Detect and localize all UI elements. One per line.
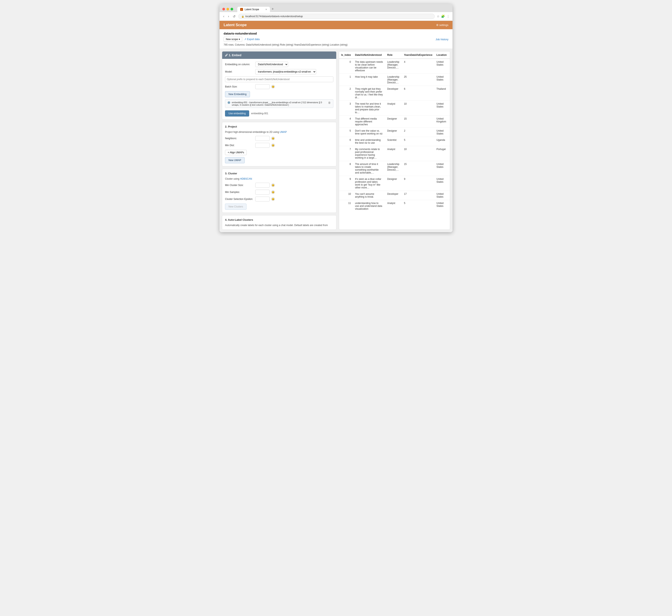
embedding-column-select[interactable]: DataVizNotUnderstood	[255, 62, 288, 67]
cell-role: Designer	[385, 128, 402, 137]
cluster-section: 3. Cluster Cluster using HDBSCAN Min Clu…	[222, 169, 336, 213]
radio-button[interactable]	[228, 101, 230, 104]
cell-location: United States	[435, 161, 450, 176]
project-desc-text: Project high-dimensional embeddings to 2…	[225, 131, 280, 133]
cell-years: 5	[402, 137, 434, 146]
hdbscan-link[interactable]: HDBSCAN	[240, 177, 252, 180]
batch-size-row: Batch Size: 100 😊	[225, 84, 333, 89]
batch-size-input[interactable]: 100	[255, 84, 270, 89]
job-history-link[interactable]: Job history	[436, 38, 448, 41]
table-row: 7 My comments relate to past professiona…	[339, 146, 450, 161]
autolabel-desc: Automatically create labels for each clu…	[225, 224, 333, 227]
scope-dropdown-icon: ▾	[239, 38, 240, 41]
new-embedding-label: New Embedding	[228, 93, 246, 96]
tab-close-button[interactable]: ✕	[265, 8, 267, 11]
model-row: Model: transformers: jinaai/jina-embeddi…	[225, 69, 333, 74]
right-panel: ls_index DataVizNotUnderstood Role Years…	[339, 51, 450, 230]
batch-help-icon[interactable]: 😊	[271, 85, 275, 88]
tab-title: Latent Scope	[245, 8, 259, 11]
col-header-years: YearsDataVizExperience	[402, 52, 434, 59]
settings-link[interactable]: ⚙ settings	[436, 24, 448, 27]
new-scope-button[interactable]: New scope ▾	[224, 37, 242, 42]
cell-location: United States	[435, 59, 450, 74]
maximize-traffic-light[interactable]	[231, 8, 233, 10]
embedding-item: embedding-001 - transformers-jinaai___ji…	[225, 99, 333, 108]
close-traffic-light[interactable]	[222, 8, 225, 10]
cell-role: Leadership (Manager, Director,…	[385, 161, 402, 176]
prefix-input[interactable]	[225, 76, 333, 82]
bookmark-icon[interactable]: ☆	[437, 15, 439, 18]
autolabel-title: 4. Auto-Label Clusters	[225, 218, 333, 221]
dataset-name: datavis-notunderstood	[224, 32, 448, 35]
table-row: 2 They might get but they normally sent …	[339, 86, 450, 101]
cell-index: 6	[339, 137, 353, 146]
epsilon-input[interactable]: 0.05	[255, 197, 270, 202]
cell-location: United States	[435, 191, 450, 200]
active-tab[interactable]: L Latent Scope ✕	[237, 7, 270, 12]
neighbors-help-icon[interactable]: 😊	[271, 137, 275, 140]
epsilon-row: Cluster Selection Epsilon: 0.05 😊	[225, 197, 333, 202]
epsilon-help-icon[interactable]: 😊	[271, 197, 275, 201]
new-scope-label: New scope	[226, 38, 238, 41]
new-tab-button[interactable]: +	[270, 6, 276, 12]
neighbors-input[interactable]: 25	[255, 136, 270, 141]
new-umap-button[interactable]: New UMAP	[225, 157, 245, 163]
min-samples-input[interactable]: 2	[255, 190, 270, 195]
url-bar[interactable]: 🔒 localhost:5174/datasets/datavis-notund…	[238, 14, 435, 19]
embedding-column-row: Embedding on column: DataVizNotUnderstoo…	[225, 62, 333, 67]
umap-link[interactable]: UMAP	[280, 131, 287, 133]
cell-role: Designer	[385, 176, 402, 191]
new-umap-label: New UMAP	[228, 159, 241, 162]
model-select[interactable]: transformers: jinaai/jina-embeddings-v2-…	[255, 69, 316, 74]
new-clusters-button[interactable]: New Clusters	[225, 204, 246, 210]
min-dist-help-icon[interactable]: 😊	[271, 143, 275, 147]
cell-index: 4	[339, 116, 353, 128]
embedding-item-text: embedding-001 - transformers-jinaai___ji…	[232, 101, 328, 106]
menu-icon[interactable]: ⋮	[447, 15, 450, 18]
lock-icon: 🔒	[241, 15, 244, 18]
cell-text: How long it may take	[353, 74, 385, 86]
autolabel-section: 4. Auto-Label Clusters Automatically cre…	[222, 215, 336, 230]
export-data-link[interactable]: ↗ Export data	[244, 38, 260, 41]
use-embedding-button[interactable]: Use embedding	[225, 110, 249, 116]
cell-role: Analyst	[385, 101, 402, 116]
new-embedding-button[interactable]: New Embedding	[225, 91, 250, 97]
back-button[interactable]: ‹	[222, 14, 225, 19]
neighbors-row: Neighbors: 25 😊	[225, 136, 333, 141]
cell-location: Thailand	[435, 86, 450, 101]
cell-text: My comments relate to past professional …	[353, 146, 385, 161]
cell-index: 9	[339, 176, 353, 191]
cell-role: Scientist	[385, 137, 402, 146]
col-header-index: ls_index	[339, 52, 353, 59]
dataset-meta: 765 rows. Columns: DataVizNotUnderstood …	[224, 43, 448, 46]
radio-dot-inner	[228, 102, 230, 103]
min-dist-label: Min Dist:	[225, 144, 254, 147]
refresh-button[interactable]: ↺	[232, 14, 236, 19]
cell-years: 10	[402, 146, 434, 161]
cluster-desc-text: Cluster using	[225, 177, 239, 180]
use-embedding-row: Use embedding embedding-001	[225, 110, 333, 116]
cell-years: 4	[402, 59, 434, 74]
embed-title: 🖊 1. Embed	[225, 54, 241, 57]
min-dist-input[interactable]: 0.1	[255, 143, 270, 148]
min-cluster-input[interactable]: 3	[255, 183, 270, 188]
cell-text: The need for and time it takes to mainta…	[353, 101, 385, 116]
cell-years: 9	[402, 176, 434, 191]
min-samples-help-icon[interactable]: 😊	[271, 190, 275, 194]
app-title: Latent Scope	[224, 23, 247, 27]
cell-index: 3	[339, 101, 353, 116]
min-cluster-help-icon[interactable]: 😊	[271, 183, 275, 187]
min-samples-row: Min Samples: 2 😊	[225, 190, 333, 195]
delete-embedding-icon[interactable]: 🗑	[328, 101, 331, 104]
align-umaps-label: + Align UMAPs	[228, 151, 244, 154]
table-container[interactable]: ls_index DataVizNotUnderstood Role Years…	[339, 52, 450, 211]
embedding-column-label: Embedding on column:	[225, 63, 254, 66]
cell-location: United Kingdom	[435, 116, 450, 128]
cell-index: 5	[339, 128, 353, 137]
align-umaps-button[interactable]: + Align UMAPs	[225, 150, 247, 155]
extensions-icon[interactable]: 🧩	[441, 15, 445, 18]
model-label: Model:	[225, 70, 254, 73]
forward-button[interactable]: ›	[227, 14, 230, 19]
address-bar: ‹ › ↺ 🔒 localhost:5174/datasets/datavis-…	[220, 12, 452, 21]
minimize-traffic-light[interactable]	[226, 8, 229, 10]
